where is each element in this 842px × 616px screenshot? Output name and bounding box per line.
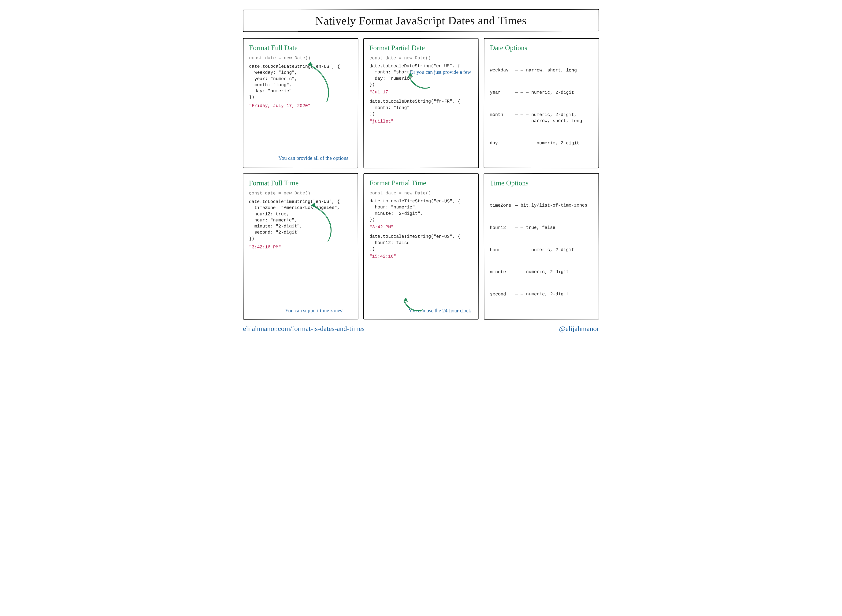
option-dash: — — — xyxy=(515,112,528,118)
code-output: "juillet" xyxy=(370,118,472,125)
option-key: hour12 xyxy=(490,225,513,231)
annotation: You can use the 24-hour clock xyxy=(408,308,471,314)
option-val: numeric, 2-digit xyxy=(537,140,593,147)
card-format-partial-date: Format Partial Date const date = new Dat… xyxy=(363,38,479,169)
option-key: year xyxy=(490,89,513,95)
option-val: true, false xyxy=(526,224,593,231)
code-block: date.toLocaleDateString("en-US", { weekd… xyxy=(249,63,352,100)
annotation: You can support time zones! xyxy=(285,308,344,314)
code-output: "15:42:16" xyxy=(370,254,472,260)
card-time-options: Time Options timeZone — bit.ly/list-of-t… xyxy=(484,173,599,320)
option-dash: — — xyxy=(515,269,523,275)
card-format-full-date: Format Full Date const date = new Date()… xyxy=(243,38,358,169)
option-key: weekday xyxy=(490,67,513,73)
option-dash: — — xyxy=(515,67,523,73)
option-row: minute — — numeric, 2-digit xyxy=(490,269,593,275)
footer-url[interactable]: elijahmanor.com/format-js-dates-and-time… xyxy=(243,325,365,333)
card-date-options: Date Options weekday — — narrow, short, … xyxy=(484,38,599,169)
page: Natively Format JavaScript Dates and Tim… xyxy=(243,9,599,333)
code-block: date.toLocaleDateString("fr-FR", { month… xyxy=(370,98,472,117)
option-row: hour12 — — true, false xyxy=(490,224,593,231)
code-block: date.toLocaleTimeString("en-US", { hour:… xyxy=(370,198,472,223)
option-row: weekday — — narrow, short, long xyxy=(490,67,593,73)
code-decl: const date = new Date() xyxy=(249,55,352,62)
option-key: second xyxy=(490,291,513,298)
code-decl: const date = new Date() xyxy=(249,190,352,197)
option-key: day xyxy=(490,140,513,146)
code-output: "Jul 17" xyxy=(370,89,472,95)
card-format-full-time: Format Full Time const date = new Date()… xyxy=(243,173,358,320)
code-block: date.toLocaleTimeString("en-US", { hour1… xyxy=(370,233,472,252)
option-val: numeric, 2-digit xyxy=(526,269,593,275)
option-row: month — — — numeric, 2-digit, narrow, sh… xyxy=(490,111,593,124)
code-decl: const date = new Date() xyxy=(370,55,472,62)
card-heading: Format Partial Date xyxy=(370,44,472,52)
option-val: numeric, 2-digit, narrow, short, long xyxy=(531,112,593,124)
card-grid: Format Full Date const date = new Date()… xyxy=(243,38,599,320)
option-row: year — — — numeric, 2-digit xyxy=(490,89,593,96)
option-dash: — xyxy=(515,202,518,209)
card-heading: Format Full Time xyxy=(249,179,352,187)
option-val: bit.ly/list-of-time-zones xyxy=(521,202,593,209)
option-key: timeZone xyxy=(490,202,513,209)
option-key: month xyxy=(490,111,513,117)
footer-handle[interactable]: @elijahmanor xyxy=(559,325,599,333)
code-block: date.toLocaleTimeString("en-US", { timeZ… xyxy=(249,199,352,242)
annotation: You can provide all of the options xyxy=(278,155,348,161)
options-list: timeZone — bit.ly/list-of-time-zones hou… xyxy=(490,190,593,313)
options-list: weekday — — narrow, short, long year — —… xyxy=(490,55,593,162)
option-row: hour — — — numeric, 2-digit xyxy=(490,247,593,253)
option-val: numeric, 2-digit xyxy=(531,89,593,96)
option-dash: — — xyxy=(515,291,523,297)
option-val: numeric, 2-digit xyxy=(531,247,593,253)
annotation: Or you can just provide a few xyxy=(410,69,471,75)
option-val: numeric, 2-digit xyxy=(526,291,593,298)
card-format-partial-time: Format Partial Time const date = new Dat… xyxy=(363,173,479,320)
code-output: "Friday, July 17, 2020" xyxy=(249,103,352,109)
card-heading: Time Options xyxy=(490,179,593,187)
svg-marker-3 xyxy=(404,298,408,302)
option-key: minute xyxy=(490,269,513,275)
option-dash: — — — — xyxy=(515,140,534,146)
option-dash: — — — xyxy=(515,89,528,95)
code-decl: const date = new Date() xyxy=(370,190,472,197)
option-key: hour xyxy=(490,247,513,253)
option-row: second — — numeric, 2-digit xyxy=(490,291,593,298)
card-heading: Format Full Date xyxy=(249,44,352,52)
card-heading: Format Partial Time xyxy=(370,179,472,187)
option-dash: — — — xyxy=(515,247,528,253)
code-block: date.toLocaleDateString("en-US", { month… xyxy=(370,63,472,88)
footer: elijahmanor.com/format-js-dates-and-time… xyxy=(243,325,599,333)
title-box: Natively Format JavaScript Dates and Tim… xyxy=(243,9,599,32)
code-output: "3:42 PM" xyxy=(370,224,472,230)
option-val: narrow, short, long xyxy=(526,67,593,73)
code-output: "3:42:16 PM" xyxy=(249,244,352,250)
option-row: day — — — — numeric, 2-digit xyxy=(490,140,593,146)
option-row: timeZone — bit.ly/list-of-time-zones xyxy=(490,202,593,209)
page-title: Natively Format JavaScript Dates and Tim… xyxy=(251,14,591,27)
option-dash: — — xyxy=(515,225,523,231)
card-heading: Date Options xyxy=(490,44,593,52)
